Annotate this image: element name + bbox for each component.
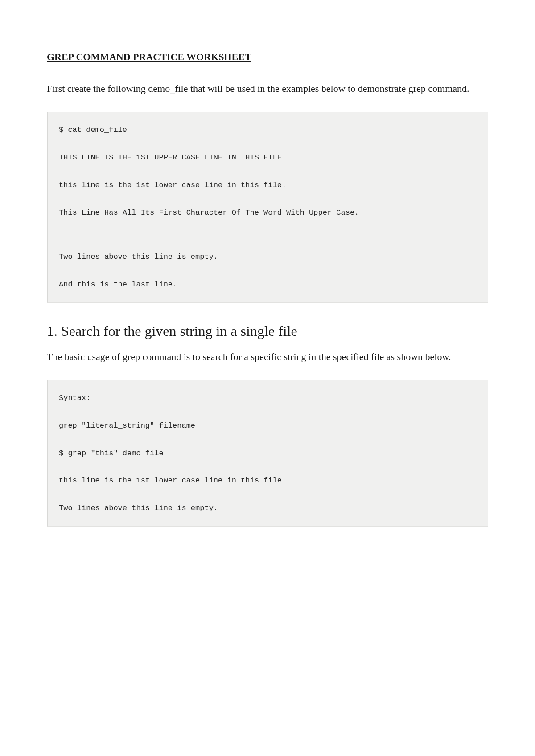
code-line: this line is the 1st lower case line in … <box>59 475 477 486</box>
section-1-heading: 1. Search for the given string in a sing… <box>47 323 488 339</box>
code-block-syntax-example: Syntax: grep "literal_string" filename $… <box>47 380 488 527</box>
code-block-demo-file: $ cat demo_file THIS LINE IS THE 1ST UPP… <box>47 112 488 303</box>
code-line: $ grep "this" demo_file <box>59 448 477 459</box>
code-line: Two lines above this line is empty. <box>59 252 477 262</box>
document-title: GREP COMMAND PRACTICE WORKSHEET <box>47 51 488 63</box>
code-line: THIS LINE IS THE 1ST UPPER CASE LINE IN … <box>59 152 477 163</box>
code-line: This Line Has All Its First Character Of… <box>59 208 477 218</box>
code-line: grep "literal_string" filename <box>59 421 477 431</box>
section-1-body: The basic usage of grep command is to se… <box>47 349 488 364</box>
code-line: this line is the 1st lower case line in … <box>59 180 477 191</box>
code-line: Two lines above this line is empty. <box>59 503 477 514</box>
intro-paragraph: First create the following demo_file tha… <box>47 81 488 96</box>
code-line: Syntax: <box>59 393 477 404</box>
code-line: $ cat demo_file <box>59 125 477 135</box>
code-line: And this is the last line. <box>59 279 477 290</box>
